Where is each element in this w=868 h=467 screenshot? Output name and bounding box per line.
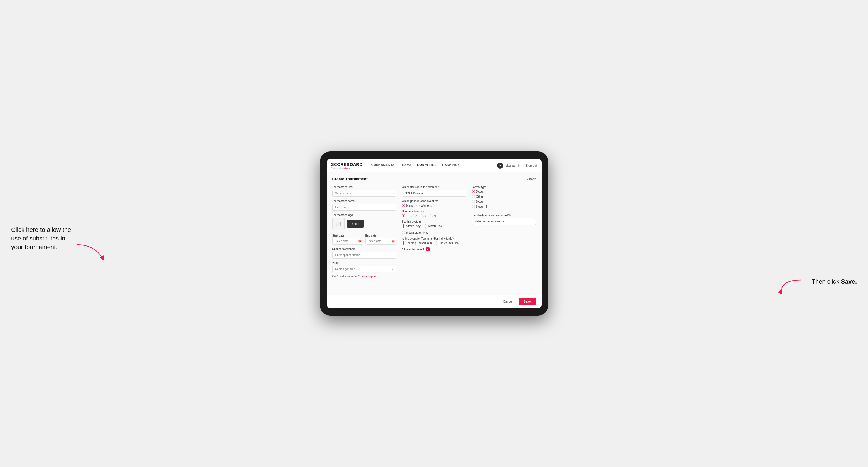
scoring-match[interactable]: Match Play <box>424 224 442 228</box>
venue-input[interactable] <box>332 266 396 273</box>
calendar-icon-end: 📅 <box>391 240 395 243</box>
format-6count4-radio[interactable] <box>472 200 475 203</box>
format-6count5[interactable]: 6 count 5 <box>472 205 536 208</box>
page-title: Create Tournament <box>332 177 368 181</box>
format-options: 5 count 4 Other 6 count 4 <box>472 190 536 208</box>
rounds-group: Number of rounds 1 2 <box>402 210 466 217</box>
tournament-name-input[interactable] <box>332 204 396 211</box>
gender-label: Which gender is the event for? <box>402 199 466 203</box>
scoring-label: Scoring system <box>402 220 466 223</box>
scoring-medal-radio[interactable] <box>402 231 405 234</box>
allow-substitutes-group: Allow substitutes? <box>402 247 466 251</box>
gender-mens-radio[interactable] <box>402 204 405 207</box>
back-button[interactable]: ‹ Back <box>527 177 536 181</box>
svg-point-2 <box>337 223 338 223</box>
allow-substitutes-checkbox-group: Allow substitutes? <box>402 247 466 251</box>
rounds-4-radio[interactable] <box>430 214 433 217</box>
event-for-label: Is this event for Teams and/or Individua… <box>402 237 466 240</box>
nav-user: B blair admin | Sign out <box>497 162 537 169</box>
scoring-api-select[interactable]: Select a scoring service <box>472 218 536 225</box>
cancel-button[interactable]: Cancel <box>500 298 516 305</box>
allow-substitutes-checkbox[interactable] <box>426 247 430 251</box>
format-6count5-radio[interactable] <box>472 205 475 208</box>
format-5count4[interactable]: 5 count 4 <box>472 190 536 193</box>
nav-tournaments[interactable]: TOURNAMENTS <box>369 163 395 168</box>
start-date-group: Start date 📅 <box>332 233 363 245</box>
page-header: Create Tournament ‹ Back <box>332 177 536 181</box>
tablet-device: SCOREBOARD Powered by clippd TOURNAMENTS… <box>320 151 548 316</box>
logo-scoreboard: SCOREBOARD <box>331 162 363 167</box>
format-other[interactable]: Other <box>472 195 536 198</box>
rounds-2-radio[interactable] <box>411 214 414 217</box>
nav-bar: SCOREBOARD Powered by clippd TOURNAMENTS… <box>327 159 541 172</box>
tournament-host-group: Tournament Host <box>332 186 396 197</box>
nav-separator: | <box>523 164 524 167</box>
tournament-name-group: Tournament name <box>332 199 396 211</box>
scoring-radio-group: Stroke Play Match Play Medal Match Play <box>402 224 466 234</box>
logo-placeholder <box>332 218 344 230</box>
right-annotation-before: Then click <box>811 278 841 285</box>
tablet-screen: SCOREBOARD Powered by clippd TOURNAMENTS… <box>327 159 541 308</box>
scoring-group: Scoring system Stroke Play Match Play <box>402 220 466 234</box>
rounds-3-radio[interactable] <box>421 214 424 217</box>
rounds-3[interactable]: 3 <box>421 214 427 217</box>
image-icon <box>336 221 341 226</box>
rounds-1[interactable]: 1 <box>402 214 408 217</box>
end-date-group: End date 📅 <box>365 233 396 245</box>
rounds-label: Number of rounds <box>402 210 466 213</box>
tournament-host-input[interactable] <box>332 190 396 197</box>
nav-committee[interactable]: COMMITTEE <box>417 163 437 168</box>
sign-out-link[interactable]: Sign out <box>526 164 537 167</box>
nav-teams[interactable]: TEAMS <box>400 163 412 168</box>
user-name: blair admin <box>505 164 520 167</box>
logo-clippd: clippd <box>343 167 350 169</box>
logo-upload-area: Upload <box>332 218 396 230</box>
venue-select-wrapper <box>332 266 396 273</box>
format-6count4[interactable]: 6 count 4 <box>472 200 536 203</box>
rounds-2[interactable]: 2 <box>411 214 417 217</box>
event-individuals[interactable]: Individuals Only <box>435 241 459 245</box>
upload-button[interactable]: Upload <box>347 220 364 228</box>
event-teams[interactable]: Teams (+Individuals) <box>402 241 432 245</box>
email-support-link[interactable]: email support <box>361 275 377 278</box>
event-individuals-radio[interactable] <box>435 241 438 245</box>
division-select-wrapper: NCAA Division I <box>402 190 466 197</box>
nav-rankings[interactable]: RANKINGS <box>442 163 460 168</box>
tournament-name-label: Tournament name <box>332 199 396 203</box>
division-select[interactable]: NCAA Division I <box>402 190 466 197</box>
scoring-api-label: Use third-party live scoring API? <box>472 214 536 217</box>
outer-wrapper: Click here to allow the use of substitut… <box>11 151 857 316</box>
calendar-icon: 📅 <box>358 240 362 243</box>
rounds-radio-group: 1 2 3 <box>402 214 466 217</box>
left-annotation: Click here to allow the use of substitut… <box>11 226 71 250</box>
event-teams-radio[interactable] <box>402 241 405 245</box>
format-5count4-radio[interactable] <box>472 190 475 193</box>
logo-powered: Powered by clippd <box>331 167 363 169</box>
allow-substitutes-label: Allow substitutes? <box>402 248 424 251</box>
gender-radio-group: Mens Womens <box>402 204 466 207</box>
event-for-group: Is this event for Teams and/or Individua… <box>402 237 466 245</box>
division-label: Which division is the event for? <box>402 186 466 189</box>
gender-group: Which gender is the event for? Mens Wome… <box>402 199 466 207</box>
end-date-wrapper: 📅 <box>365 238 396 245</box>
form-middle-section: Which division is the event for? NCAA Di… <box>402 186 466 278</box>
tournament-host-label: Tournament Host <box>332 186 396 189</box>
division-group: Which division is the event for? NCAA Di… <box>402 186 466 197</box>
scoring-stroke[interactable]: Stroke Play <box>402 224 421 228</box>
scoring-stroke-radio[interactable] <box>402 224 405 228</box>
scoring-match-radio[interactable] <box>424 224 427 228</box>
tournament-logo-label: Tournament logo <box>332 214 396 217</box>
rounds-4[interactable]: 4 <box>430 214 436 217</box>
scoring-medal[interactable]: Medal Match Play <box>402 231 428 234</box>
start-date-label: Start date <box>332 234 344 237</box>
date-row: Start date 📅 End date <box>332 233 396 245</box>
form-right-section: Format type 5 count 4 Other <box>472 186 536 278</box>
left-arrow-icon <box>74 242 107 264</box>
sponsor-input[interactable] <box>332 252 396 258</box>
rounds-1-radio[interactable] <box>402 214 405 217</box>
gender-womens-radio[interactable] <box>416 204 420 207</box>
save-button[interactable]: Save <box>519 298 536 305</box>
format-other-radio[interactable] <box>472 195 475 198</box>
gender-mens[interactable]: Mens <box>402 204 413 207</box>
gender-womens[interactable]: Womens <box>416 204 432 207</box>
